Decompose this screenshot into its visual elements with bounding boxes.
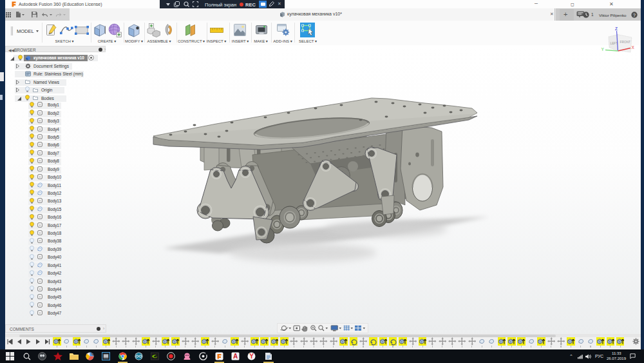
svg-text:FRONT: FRONT: [620, 41, 631, 44]
svg-text:X: X: [632, 45, 635, 50]
svg-text:LEFT: LEFT: [611, 42, 618, 45]
svg-text:?: ?: [633, 12, 636, 17]
svg-text:Y: Y: [249, 353, 254, 360]
svg-text:A: A: [233, 353, 238, 360]
svg-text:Y: Y: [601, 47, 605, 52]
svg-text:Z: Z: [615, 26, 618, 31]
